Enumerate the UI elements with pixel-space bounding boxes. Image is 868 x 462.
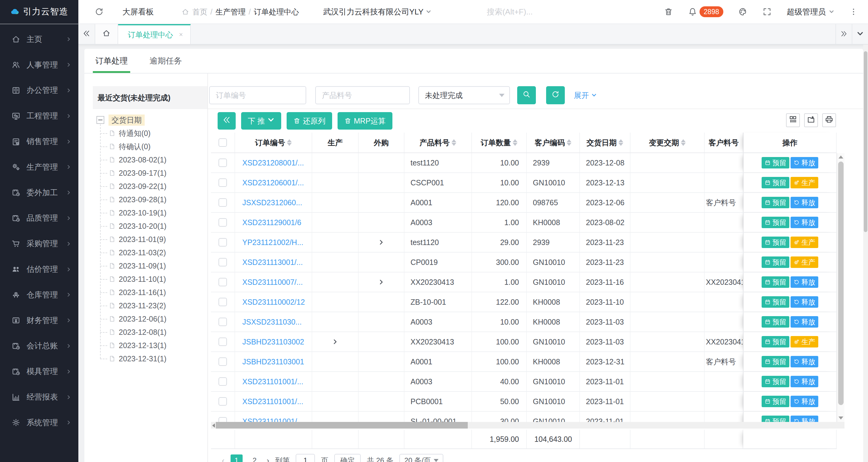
dashboard-link[interactable]: 大屏看板 (122, 7, 154, 17)
reserve-button[interactable]: 预留 (762, 336, 789, 347)
sort-icon[interactable] (287, 139, 292, 146)
release-button[interactable]: 释放 (790, 356, 818, 367)
sidebar-item-home[interactable]: 主页 (0, 27, 79, 52)
global-search-input[interactable]: 搜索(Alt+F)... (487, 7, 532, 17)
tree-item[interactable]: 待通知(0) (108, 127, 207, 140)
release-button[interactable]: 释放 (790, 197, 818, 208)
collapse-tabs-button[interactable] (79, 24, 95, 44)
order-no-link[interactable]: XSD231206001/... (242, 178, 304, 187)
column-header[interactable]: 变更交期 (630, 133, 705, 153)
table-horizontal-scrollbar[interactable] (211, 422, 844, 429)
expand-row-icon[interactable] (378, 239, 384, 245)
tree-item[interactable]: 2023-08-02(1) (108, 153, 207, 166)
reserve-button[interactable]: 预留 (762, 256, 789, 268)
user-menu[interactable]: 超级管理员 (786, 7, 834, 17)
tabs-dropdown-button[interactable] (852, 24, 868, 44)
refresh-icon[interactable] (95, 7, 104, 16)
expand-row-icon[interactable] (378, 279, 384, 285)
sidebar-item-quality[interactable]: 品质管理 (0, 206, 79, 231)
table-vertical-scrollbar[interactable] (837, 153, 844, 422)
tree-item[interactable]: 2023-12-31(1) (108, 352, 207, 365)
expand-row-icon[interactable] (332, 339, 338, 345)
reserve-button[interactable]: 预留 (762, 237, 789, 248)
goto-confirm-button[interactable]: 确定 (334, 454, 361, 462)
sidebar-item-engineering[interactable]: 工程管理 (0, 103, 79, 129)
tree-item[interactable]: 2023-12-13(1) (108, 339, 207, 352)
row-checkbox[interactable] (218, 178, 227, 187)
reserve-button[interactable]: 预留 (762, 396, 789, 407)
home-icon[interactable] (181, 8, 189, 16)
row-checkbox[interactable] (218, 158, 227, 167)
reserve-button[interactable]: 预留 (762, 376, 789, 387)
sidebar-item-office[interactable]: 办公管理 (0, 78, 79, 103)
row-checkbox[interactable] (218, 338, 227, 346)
sort-icon[interactable] (567, 139, 571, 146)
tree-item[interactable]: 2023-11-23(2) (108, 299, 207, 312)
order-no-link[interactable]: JSBHD231103002 (242, 338, 304, 346)
order-no-input[interactable] (209, 86, 306, 104)
row-checkbox[interactable] (218, 238, 227, 247)
close-icon[interactable]: × (179, 31, 183, 38)
reserve-button[interactable]: 预留 (762, 157, 789, 168)
mrp-run-button[interactable]: MRP运算 (338, 112, 393, 130)
breadcrumb-home[interactable]: 首页 (192, 7, 207, 17)
produce-button[interactable]: 生产 (790, 177, 818, 188)
sort-icon[interactable] (681, 139, 686, 146)
push-down-button[interactable]: 下 推 (241, 112, 281, 130)
order-no-link[interactable]: JSXSD2311030... (242, 318, 302, 327)
reserve-button[interactable]: 预留 (762, 296, 789, 308)
palette-icon[interactable] (738, 7, 747, 16)
order-no-link[interactable]: YP231121002/H... (242, 238, 303, 247)
row-checkbox[interactable] (218, 278, 227, 286)
sidebar-item-hr[interactable]: 人事管理 (0, 52, 79, 78)
trash-icon[interactable] (664, 7, 673, 16)
scrollbar-thumb[interactable] (838, 161, 844, 405)
sidebar-item-ledger[interactable]: 会计总账 (0, 333, 79, 359)
row-checkbox[interactable] (218, 377, 227, 386)
order-no-link[interactable]: XSD231208001/... (242, 158, 304, 167)
column-header[interactable]: 客户编码 (527, 133, 580, 153)
tree-root-node[interactable]: 交货日期 (93, 113, 207, 127)
company-selector[interactable]: 武汉引力云科技有限公司YLY (323, 7, 431, 17)
release-button[interactable]: 释放 (790, 376, 818, 387)
row-checkbox[interactable] (218, 258, 227, 267)
row-checkbox[interactable] (218, 318, 227, 326)
page-size-select[interactable]: 20 条/页 (399, 454, 443, 462)
sidebar-item-report[interactable]: 经营报表 (0, 384, 79, 410)
order-no-link[interactable]: XSD231129001/6 (242, 218, 301, 227)
export-button[interactable] (804, 113, 818, 127)
row-checkbox[interactable] (218, 298, 227, 306)
tree-item[interactable]: 2023-09-28(1) (108, 193, 207, 206)
reset-button[interactable] (546, 86, 565, 104)
order-no-link[interactable]: XSD231101001/... (242, 417, 303, 422)
select-all-checkbox[interactable] (218, 138, 227, 147)
kebab-menu-icon[interactable] (849, 7, 858, 16)
column-header[interactable]: 交货日期 (580, 133, 630, 153)
tree-item[interactable]: 2023-09-17(1) (108, 166, 207, 180)
reserve-button[interactable]: 预留 (762, 316, 789, 328)
reserve-button[interactable]: 预留 (762, 177, 789, 188)
page-button-1[interactable]: 1 (230, 455, 243, 462)
release-button[interactable]: 释放 (790, 157, 818, 168)
row-checkbox[interactable] (218, 417, 227, 422)
page-button-2[interactable]: 2 (249, 455, 261, 462)
sidebar-item-valuation[interactable]: 估价管理 (0, 256, 79, 282)
sidebar-item-production[interactable]: 生产管理 (0, 154, 79, 180)
collapse-tree-button[interactable] (218, 112, 236, 130)
order-no-link[interactable]: XSD231110007/... (242, 278, 303, 287)
produce-button[interactable]: 生产 (790, 336, 818, 347)
sidebar-item-purchase[interactable]: 采购管理 (0, 231, 79, 256)
column-header[interactable]: 订单编号 (235, 133, 312, 153)
scrollbar-thumb[interactable] (864, 51, 867, 232)
notifications[interactable]: 2898 (688, 6, 723, 17)
column-header[interactable]: 产品料号 (404, 133, 472, 153)
next-page-button[interactable]: › (267, 456, 270, 462)
sidebar-item-sales[interactable]: 销售管理 (0, 129, 79, 154)
produce-button[interactable]: 生产 (790, 256, 818, 268)
reserve-button[interactable]: 预留 (762, 415, 789, 422)
tree-item[interactable]: 2023-11-16(1) (108, 286, 207, 299)
print-button[interactable] (822, 113, 836, 127)
expand-filters-link[interactable]: 展开 (574, 90, 597, 100)
tab-order-center[interactable]: 订单处理中心 × (118, 24, 191, 44)
release-button[interactable]: 释放 (790, 217, 818, 228)
